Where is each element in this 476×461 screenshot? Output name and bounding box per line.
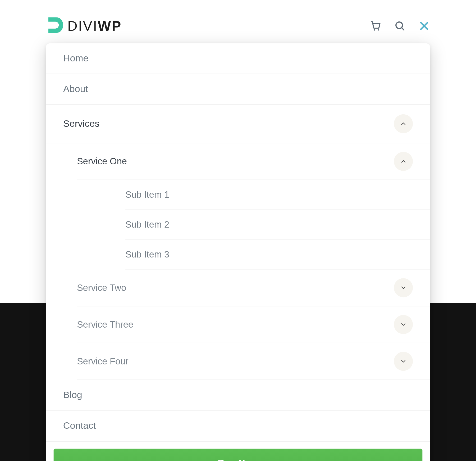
menu-label: Contact [63, 420, 96, 432]
submenu-services: Service One Sub Item 1 Sub Item 2 Sub It… [46, 143, 430, 380]
menu-label: Service Three [77, 319, 133, 330]
menu-label: Blog [63, 390, 82, 401]
menu-label: Service Four [77, 356, 129, 367]
menu-item-sub-3[interactable]: Sub Item 3 [125, 240, 430, 270]
menu-item-service-one[interactable]: Service One [77, 143, 430, 180]
menu-label: Service Two [77, 283, 126, 293]
menu-item-service-four[interactable]: Service Four [77, 343, 430, 380]
menu-item-services[interactable]: Services [46, 105, 430, 143]
menu-label: Service One [77, 156, 127, 166]
menu-label: Services [63, 118, 100, 129]
submenu-service-one: Sub Item 1 Sub Item 2 Sub Item 3 [77, 180, 430, 270]
menu-item-service-three[interactable]: Service Three [77, 306, 430, 343]
chevron-up-icon[interactable] [394, 152, 413, 171]
menu-item-about[interactable]: About [46, 74, 430, 105]
chevron-up-icon[interactable] [394, 114, 413, 133]
menu-label: About [63, 84, 88, 95]
menu-item-contact[interactable]: Contact [46, 411, 430, 441]
cta-container: Buy Now [46, 441, 430, 461]
logo-text: DIVIWP [67, 18, 122, 34]
menu-label: Home [63, 53, 89, 64]
menu-item-home[interactable]: Home [46, 43, 430, 74]
svg-line-3 [402, 28, 404, 30]
menu-item-sub-1[interactable]: Sub Item 1 [125, 180, 430, 210]
close-icon[interactable] [418, 20, 430, 32]
svg-point-1 [378, 29, 379, 31]
menu-item-service-two[interactable]: Service Two [77, 270, 430, 306]
chevron-down-icon[interactable] [394, 278, 413, 297]
menu-label: Sub Item 3 [125, 249, 169, 260]
menu-item-blog[interactable]: Blog [46, 380, 430, 411]
logo-mark-icon [46, 16, 65, 36]
site-header: DIVIWP [46, 13, 430, 39]
site-logo[interactable]: DIVIWP [46, 16, 122, 36]
buy-now-button[interactable]: Buy Now [54, 449, 423, 461]
cta-label: Buy Now [218, 457, 258, 461]
menu-label: Sub Item 1 [125, 189, 169, 200]
menu-label: Sub Item 2 [125, 219, 169, 230]
mobile-menu-panel: Home About Services Service One Sub Item… [46, 43, 430, 461]
svg-point-0 [374, 29, 375, 31]
cart-icon[interactable] [370, 20, 382, 32]
chevron-down-icon[interactable] [394, 315, 413, 334]
search-icon[interactable] [394, 20, 406, 32]
header-icon-group [370, 20, 430, 32]
menu-item-sub-2[interactable]: Sub Item 2 [125, 210, 430, 240]
chevron-down-icon[interactable] [394, 352, 413, 371]
